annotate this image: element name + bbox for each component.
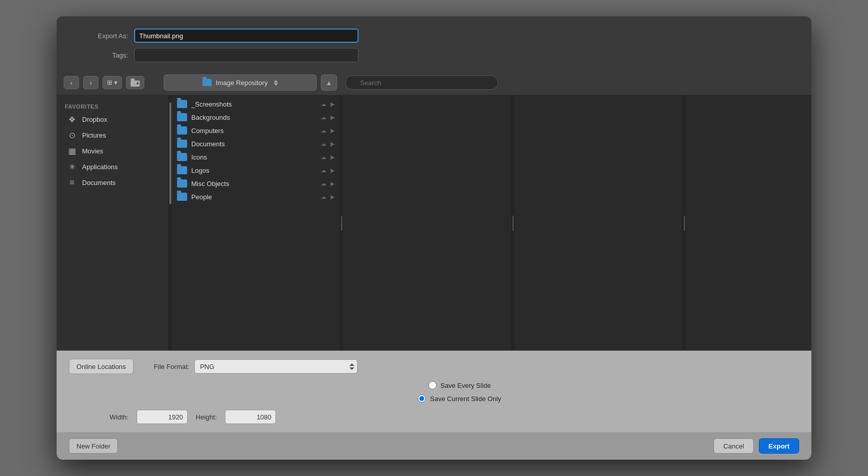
height-input[interactable] [225, 410, 276, 424]
sidebar-item-movies[interactable]: ▦ Movies [59, 144, 166, 158]
file-item-name-computers: Computers [191, 127, 317, 135]
file-item-backgrounds[interactable]: Backgrounds ☁ ▶ [172, 111, 340, 124]
top-section: Export As: Tags: [57, 16, 811, 70]
arrow-icon-misc-objects: ▶ [330, 180, 335, 187]
cloud-icon-computers: ☁ [321, 127, 326, 134]
width-input[interactable] [137, 410, 188, 424]
file-item-people[interactable]: People ☁ ▶ [172, 190, 340, 203]
file-item-misc-objects[interactable]: Misc Objects ☁ ▶ [172, 177, 340, 190]
location-dropdown[interactable]: Image Repository [164, 74, 317, 91]
pictures-icon: ⊙ [67, 130, 77, 140]
sidebar-item-label-documents: Documents [82, 179, 116, 187]
file-item-name-backgrounds: Backgrounds [191, 114, 317, 121]
file-columns: _Screenshots ☁ ▶ Backgrounds ☁ ▶ Compute… [172, 95, 811, 351]
online-locations-button[interactable]: Online Locations [69, 359, 134, 374]
dropbox-icon: ❖ [67, 115, 77, 124]
tags-label: Tags: [77, 51, 128, 59]
folder-icon-computers [177, 126, 187, 135]
tags-input[interactable] [134, 48, 359, 62]
arrow-icon-documents: ▶ [330, 141, 335, 147]
cloud-icon-people: ☁ [321, 194, 326, 200]
file-column-4 [686, 95, 811, 351]
file-item-screenshots[interactable]: _Screenshots ☁ ▶ [172, 97, 340, 111]
cloud-icon-icons: ☁ [321, 154, 326, 161]
sidebar-item-dropbox[interactable]: ❖ Dropbox [59, 112, 166, 127]
save-every-slide-radio[interactable] [428, 381, 437, 389]
sidebar-item-label-dropbox: Dropbox [82, 116, 107, 123]
divider-handle-3 [684, 216, 685, 231]
format-select-wrapper: PNG JPEG TIFF PDF SVG [194, 359, 358, 374]
chevron-up-icon [274, 80, 278, 83]
applications-icon: ✳ [67, 162, 77, 172]
location-folder-icon [202, 79, 212, 86]
file-item-name-icons: Icons [191, 153, 317, 161]
arrow-icon-icons: ▶ [330, 154, 335, 161]
file-column-3 [515, 95, 683, 351]
file-column-1: _Screenshots ☁ ▶ Backgrounds ☁ ▶ Compute… [172, 95, 340, 351]
bottom-section: Online Locations File Format: PNG JPEG T… [57, 351, 811, 432]
view-button[interactable]: ⊞ ▾ [103, 76, 122, 89]
cloud-icon-misc-objects: ☁ [321, 180, 326, 187]
sidebar-item-label-applications: Applications [82, 163, 118, 171]
width-label: Width: [110, 413, 129, 421]
sidebar-item-label-pictures: Pictures [82, 131, 106, 139]
cloud-icon-logos: ☁ [321, 167, 326, 174]
file-item-computers[interactable]: Computers ☁ ▶ [172, 124, 340, 137]
sidebar-item-pictures[interactable]: ⊙ Pictures [59, 128, 166, 143]
documents-icon: ≡ [67, 178, 77, 187]
sidebar-item-applications[interactable]: ✳ Applications [59, 160, 166, 174]
file-item-logos[interactable]: Logos ☁ ▶ [172, 164, 340, 177]
export-button[interactable]: Export [759, 438, 799, 454]
file-item-name-screenshots: _Screenshots [191, 100, 317, 108]
action-buttons: Cancel Export [713, 438, 799, 454]
export-as-label: Export As: [77, 32, 128, 40]
folder-icon-screenshots [177, 100, 187, 108]
file-format-select[interactable]: PNG JPEG TIFF PDF SVG [194, 359, 358, 374]
folder-icon-documents [177, 140, 187, 148]
cancel-button[interactable]: Cancel [713, 438, 753, 454]
tags-row: Tags: [77, 48, 791, 62]
sidebar-item-documents[interactable]: ≡ Documents [59, 175, 166, 190]
save-every-slide-label[interactable]: Save Every Slide [441, 382, 491, 389]
divider-handle-2 [513, 216, 514, 231]
view-icon: ⊞ [107, 79, 112, 86]
chevron-down-icon [274, 83, 278, 86]
location-name: Image Repository [216, 79, 268, 87]
bottom-bar: New Folder Cancel Export [57, 432, 811, 460]
folder-icon-backgrounds [177, 113, 187, 121]
file-item-name-people: People [191, 193, 317, 201]
collapse-button[interactable]: ▲ [321, 74, 337, 91]
save-current-slide-radio[interactable] [418, 394, 426, 403]
export-as-input[interactable] [134, 29, 359, 43]
new-folder-toolbar-button[interactable]: + [126, 76, 144, 89]
scroll-thumb [169, 102, 171, 204]
arrow-icon-backgrounds: ▶ [330, 114, 335, 121]
search-wrapper: 🔍 [345, 75, 498, 90]
file-item-name-misc-objects: Misc Objects [191, 180, 317, 188]
cloud-icon-documents: ☁ [321, 141, 326, 147]
file-item-icons[interactable]: Icons ☁ ▶ [172, 150, 340, 164]
new-folder-button[interactable]: New Folder [69, 438, 118, 454]
arrow-icon-logos: ▶ [330, 167, 335, 174]
sidebar-section-title: Favorites [57, 100, 168, 112]
file-item-documents[interactable]: Documents ☁ ▶ [172, 137, 340, 150]
save-current-slide-row: Save Current Slide Only [418, 394, 501, 403]
bottom-top-row: Online Locations File Format: PNG JPEG T… [69, 359, 799, 374]
back-button[interactable]: ‹ [64, 76, 79, 89]
arrow-icon-screenshots: ▶ [330, 101, 335, 108]
file-format-row: File Format: PNG JPEG TIFF PDF SVG [154, 359, 358, 374]
file-item-name-documents: Documents [191, 140, 317, 148]
forward-button[interactable]: › [83, 76, 98, 89]
svg-rect-1 [131, 78, 135, 81]
file-column-2 [343, 95, 512, 351]
folder-icon-people [177, 193, 187, 201]
export-dialog: Export As: Tags: ‹ › ⊞ ▾ + Image Re [57, 16, 811, 460]
folder-icon-icons [177, 153, 187, 161]
export-as-row: Export As: [77, 29, 791, 43]
save-every-slide-row: Save Every Slide [428, 381, 491, 389]
file-item-name-logos: Logos [191, 167, 317, 174]
browser-area: Favorites ❖ Dropbox ⊙ Pictures ▦ Movies … [57, 95, 811, 351]
search-input[interactable] [345, 75, 498, 90]
save-current-slide-label[interactable]: Save Current Slide Only [430, 395, 501, 403]
file-format-label: File Format: [154, 363, 189, 371]
